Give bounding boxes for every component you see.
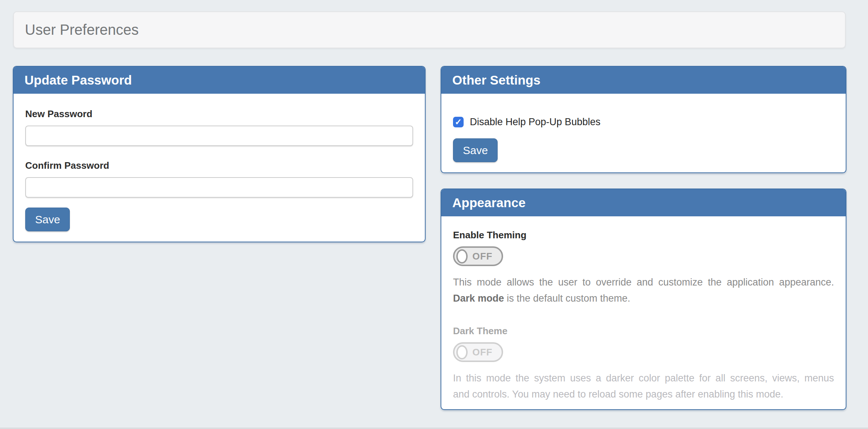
dark-theme-section: Dark Theme OFF In this mode the system u…: [453, 325, 834, 402]
new-password-label: New Password: [25, 108, 413, 120]
enable-theming-toggle-state: OFF: [472, 251, 493, 262]
toggle-knob-icon: [456, 249, 468, 264]
appearance-panel: Appearance Enable Theming OFF This mode …: [441, 189, 846, 410]
disable-help-popups-row: ✓ Disable Help Pop-Up Bubbles: [453, 116, 834, 128]
update-password-panel-title: Update Password: [24, 73, 132, 87]
other-settings-panel-header: Other Settings: [441, 67, 846, 94]
other-settings-panel-title: Other Settings: [452, 73, 540, 87]
enable-theming-description-line2: Dark mode is the default custom theme.: [453, 290, 834, 306]
dark-theme-toggle-state: OFF: [472, 347, 493, 358]
disable-help-popups-label: Disable Help Pop-Up Bubbles: [470, 116, 600, 128]
disable-help-popups-checkbox[interactable]: ✓: [453, 117, 464, 127]
viewport-bottom-edge: [0, 428, 868, 429]
dark-theme-label: Dark Theme: [453, 325, 834, 337]
checkmark-icon: ✓: [455, 117, 462, 127]
appearance-panel-header: Appearance: [441, 189, 846, 216]
dark-mode-bold-text: Dark mode: [453, 293, 504, 304]
enable-theming-description: This mode allows the user to override an…: [453, 274, 834, 306]
dark-theme-toggle: OFF: [453, 342, 503, 362]
new-password-input[interactable]: [25, 126, 413, 146]
dark-theme-description-line1: In this mode the system uses a darker co…: [453, 370, 834, 386]
confirm-password-label: Confirm Password: [25, 160, 413, 171]
confirm-password-input[interactable]: [25, 177, 413, 198]
enable-theming-toggle[interactable]: OFF: [453, 246, 503, 266]
toggle-knob-icon: [456, 345, 468, 359]
update-password-panel-header: Update Password: [14, 67, 425, 94]
page-title: User Preferences: [25, 22, 139, 38]
appearance-panel-body: Enable Theming OFF This mode allows the …: [441, 216, 846, 402]
enable-theming-label: Enable Theming: [453, 230, 834, 241]
other-settings-panel-body: ✓ Disable Help Pop-Up Bubbles Save: [441, 94, 846, 162]
enable-theming-description-line1: This mode allows the user to override an…: [453, 274, 834, 290]
other-settings-save-button[interactable]: Save: [453, 138, 498, 162]
update-password-panel: Update Password New Password Confirm Pas…: [13, 66, 426, 242]
page-title-bar: User Preferences: [13, 11, 846, 48]
update-password-save-button[interactable]: Save: [25, 208, 70, 231]
update-password-panel-body: New Password Confirm Password Save: [14, 94, 425, 231]
dark-theme-description: In this mode the system uses a darker co…: [453, 370, 834, 402]
appearance-panel-title: Appearance: [452, 195, 525, 210]
other-settings-panel: Other Settings ✓ Disable Help Pop-Up Bub…: [441, 66, 846, 173]
dark-theme-description-line2: and controls. You may need to reload som…: [453, 386, 834, 402]
